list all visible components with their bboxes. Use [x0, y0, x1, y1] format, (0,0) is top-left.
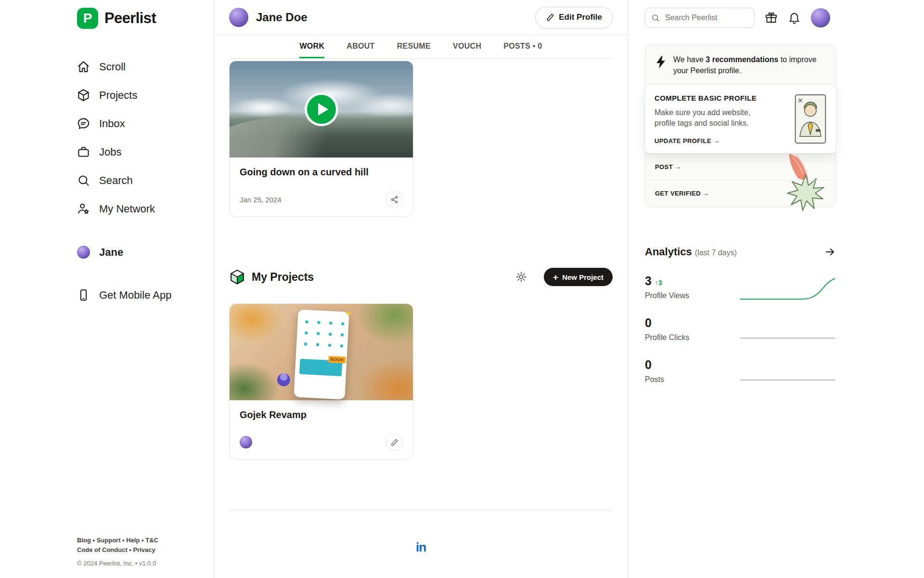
complete-profile-card[interactable]: COMPLETE BASIC PROFILE Make sure you add… — [644, 84, 836, 153]
profile-illustration — [795, 94, 826, 144]
avatar-blob-graphic — [277, 373, 290, 386]
share-button[interactable] — [385, 191, 403, 208]
verify-recommendation-row[interactable]: GET VERIFIED → — [645, 180, 835, 207]
projects-settings-button[interactable] — [515, 271, 527, 283]
footer-links-line1[interactable]: Blog • Support • Help • T&C — [77, 536, 202, 545]
posts-label: Posts — [645, 375, 664, 384]
chat-bubble-icon — [77, 117, 90, 130]
linkedin-icon[interactable]: in — [416, 540, 426, 555]
edit-profile-button[interactable]: Edit Profile — [535, 7, 613, 28]
stat-profile-views: 3 ↑3 Profile Views — [645, 274, 836, 300]
search-icon — [651, 13, 660, 22]
sidebar-item-jobs[interactable]: Jobs — [77, 138, 202, 166]
update-profile-link[interactable]: UPDATE PROFILE → — [654, 137, 719, 144]
analytics-expand-button[interactable] — [824, 246, 836, 258]
post-recommendation-row[interactable]: POST → — [645, 154, 835, 180]
project-card[interactable]: BOOK Gojek Revamp — [229, 303, 413, 460]
gear-icon — [515, 271, 527, 283]
phone-icon — [77, 289, 90, 302]
sidebar: P Peerlist Scroll Projects Inb — [0, 0, 214, 578]
play-button[interactable] — [305, 92, 338, 126]
search-box[interactable] — [645, 8, 755, 28]
profile-clicks-sparkline — [740, 319, 836, 342]
notifications-button[interactable] — [788, 11, 801, 24]
edit-profile-label: Edit Profile — [559, 13, 602, 22]
post-card-body: Going down on a curved hill Jan 25, 2024 — [230, 158, 413, 216]
app-grid-graphic — [300, 317, 345, 355]
lightning-icon — [655, 55, 667, 69]
project-card-body: Gojek Revamp — [230, 400, 413, 459]
projects-cube-icon — [229, 269, 245, 285]
sidebar-item-projects[interactable]: Projects — [77, 81, 202, 109]
profile-header: Jane Doe Edit Profile — [214, 0, 628, 35]
right-sidebar: We have 3 recommendations to improve you… — [628, 0, 924, 578]
video-thumbnail — [230, 61, 413, 158]
collaborator-avatar[interactable] — [240, 436, 252, 448]
topbar-avatar[interactable] — [811, 8, 830, 27]
new-project-label: New Project — [562, 273, 603, 281]
sidebar-item-label: Inbox — [99, 118, 125, 130]
footer-copyright: © 2024 Peerlist, Inc. • v1.0.0 — [77, 559, 202, 568]
edit-project-button[interactable] — [385, 434, 403, 451]
sidebar-footer: Blog • Support • Help • T&C Code of Cond… — [77, 536, 202, 568]
recommendations-intro: We have 3 recommendations to improve you… — [673, 54, 818, 76]
post-date: Jan 25, 2024 — [240, 196, 282, 204]
get-verified-link[interactable]: GET VERIFIED → — [655, 190, 709, 197]
sidebar-item-inbox[interactable]: Inbox — [77, 109, 202, 138]
sidebar-item-scroll[interactable]: Scroll — [77, 53, 202, 81]
footer-links-line2[interactable]: Code of Conduct • Privacy — [77, 545, 202, 555]
app-banner-graphic: BOOK — [299, 359, 342, 377]
project-thumbnail: BOOK — [230, 304, 413, 400]
profile-name: Jane Doe — [256, 11, 308, 24]
sidebar-item-search[interactable]: Search — [77, 166, 202, 195]
get-mobile-app-label: Get Mobile App — [99, 289, 171, 302]
new-project-button[interactable]: + New Project — [544, 268, 613, 286]
post-card[interactable]: Going down on a curved hill Jan 25, 2024 — [229, 61, 413, 217]
sidebar-profile-name: Jane — [99, 246, 123, 259]
tab-resume[interactable]: RESUME — [397, 35, 431, 58]
gift-icon — [765, 11, 778, 24]
sidebar-item-label: Scroll — [99, 61, 126, 73]
pencil-icon — [546, 13, 554, 22]
road-graphic — [229, 117, 363, 158]
analytics-title: Analytics(last 7 days) — [645, 246, 737, 258]
bell-icon — [788, 11, 801, 24]
sidebar-item-my-network[interactable]: My Network — [77, 195, 202, 223]
sidebar-item-label: Jobs — [99, 146, 121, 158]
arrow-right-icon — [824, 246, 836, 258]
tab-about[interactable]: ABOUT — [346, 35, 374, 58]
tab-work[interactable]: WORK — [299, 35, 324, 58]
profile-clicks-value: 0 — [645, 316, 652, 330]
plus-icon: + — [553, 273, 558, 282]
peerlist-logo[interactable]: P Peerlist — [77, 7, 202, 29]
recommendations-panel: We have 3 recommendations to improve you… — [645, 44, 836, 207]
content-divider — [229, 510, 613, 510]
tab-vouch[interactable]: VOUCH — [453, 35, 481, 58]
sidebar-item-get-mobile-app[interactable]: Get Mobile App — [77, 281, 202, 309]
sidebar-item-profile[interactable]: Jane — [77, 238, 202, 266]
recommendation-body: Make sure you add website, profile tags … — [654, 107, 759, 128]
profile-tabs: WORK ABOUT RESUME VOUCH POSTS • 0 — [229, 35, 613, 59]
phone-mockup-graphic: BOOK — [294, 309, 349, 399]
logo-letter: P — [83, 11, 92, 26]
post-title: Going down on a curved hill — [240, 167, 403, 178]
topbar — [645, 0, 924, 35]
book-badge: BOOK — [328, 356, 346, 364]
search-input[interactable] — [664, 13, 748, 23]
profile-views-delta: ↑3 — [655, 279, 662, 287]
work-tab-content: Going down on a curved hill Jan 25, 2024… — [214, 59, 628, 578]
share-icon — [390, 196, 398, 204]
post-link[interactable]: POST → — [655, 163, 681, 171]
complete-profile-text: COMPLETE BASIC PROFILE Make sure you add… — [654, 94, 759, 144]
person-star-icon — [77, 202, 90, 215]
project-title: Gojek Revamp — [240, 409, 403, 420]
analytics-range: (last 7 days) — [695, 249, 737, 257]
gift-button[interactable] — [765, 11, 778, 24]
tab-posts[interactable]: POSTS • 0 — [503, 35, 542, 58]
main-column: Jane Doe Edit Profile WORK ABOUT RESUME … — [214, 0, 628, 578]
profile-avatar[interactable] — [229, 8, 248, 27]
my-projects-section-header: My Projects + New Project — [229, 268, 613, 286]
section-title: My Projects — [252, 271, 314, 284]
sidebar-item-label: My Network — [99, 203, 155, 215]
stat-posts: 0 Posts — [645, 358, 836, 384]
